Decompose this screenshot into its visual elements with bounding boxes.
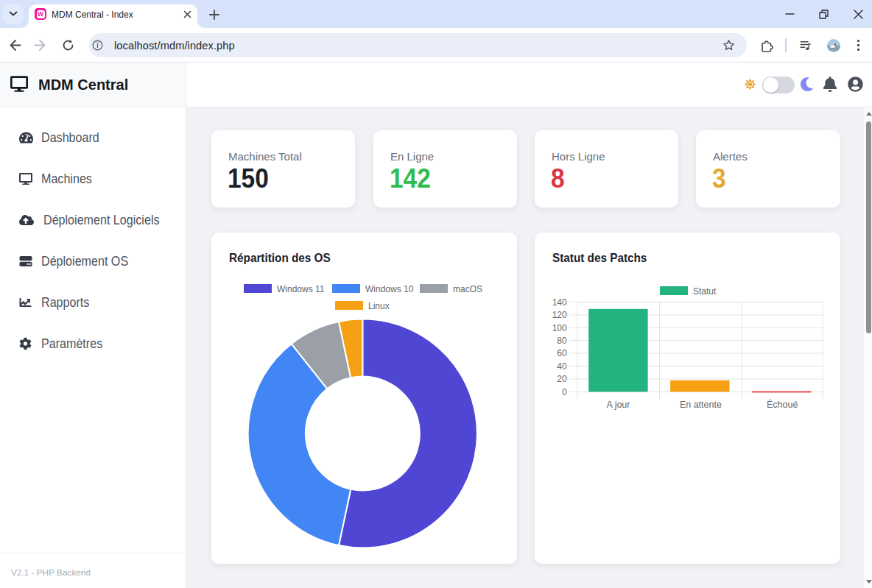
svg-text:20: 20 bbox=[557, 374, 567, 384]
svg-text:60: 60 bbox=[557, 348, 567, 358]
svg-text:A jour: A jour bbox=[607, 400, 630, 410]
svg-text:Échoué: Échoué bbox=[767, 399, 798, 410]
svg-text:En attente: En attente bbox=[680, 400, 722, 410]
svg-text:0: 0 bbox=[562, 387, 567, 397]
svg-text:140: 140 bbox=[552, 297, 567, 308]
svg-text:80: 80 bbox=[557, 336, 567, 346]
svg-text:40: 40 bbox=[557, 361, 567, 372]
svg-text:100: 100 bbox=[552, 323, 567, 333]
svg-text:120: 120 bbox=[552, 310, 567, 320]
